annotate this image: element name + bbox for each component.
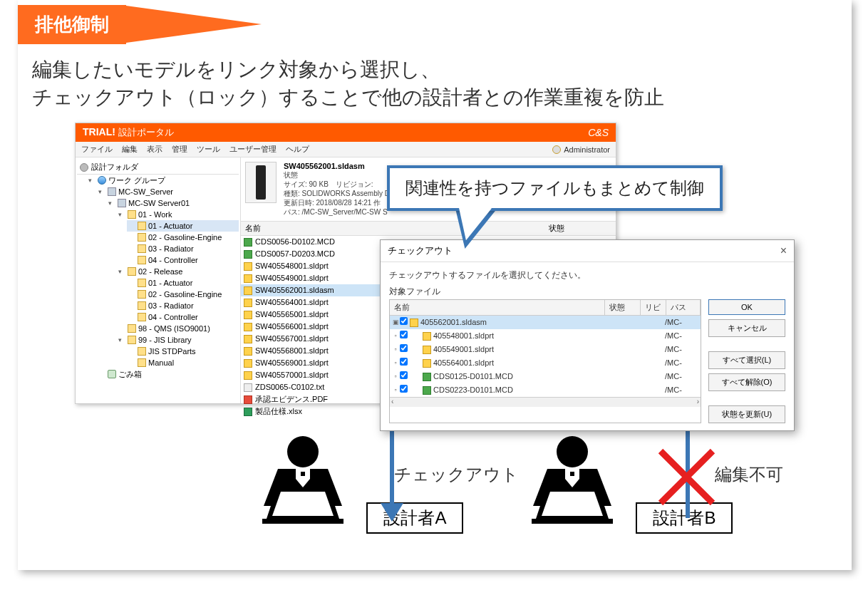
file-icon	[244, 371, 252, 380]
cancel-button[interactable]: キャンセル	[708, 319, 785, 337]
server-icon	[108, 187, 116, 196]
dialog-file-row[interactable]: ▣405562001.sldasm/MC-	[390, 316, 701, 329]
expand-icon[interactable]: ▫	[391, 384, 400, 396]
tree-item[interactable]: 03 - Radiator	[127, 300, 239, 311]
ok-button[interactable]: OK	[708, 299, 785, 315]
file-icon	[244, 311, 252, 319]
svg-rect-1	[301, 472, 305, 476]
folder-icon	[128, 210, 136, 219]
folder-icon	[128, 336, 136, 344]
tree-actuator[interactable]: 01 - Actuator	[127, 220, 239, 232]
checkout-dialog: チェックアウト × チェックアウトするファイルを選択してください。 対象ファイル…	[380, 239, 795, 431]
expand-icon[interactable]: ▣	[391, 316, 400, 328]
gear-icon	[80, 163, 88, 172]
list-header: 名前 状態	[241, 222, 616, 236]
tree-qms[interactable]: 98 - QMS (ISO9001)	[117, 323, 239, 334]
file-icon	[423, 359, 431, 368]
folder-icon	[128, 324, 136, 333]
folder-icon	[138, 222, 146, 230]
dialog-file-list: 名前 状態 リビ パス ▣405562001.sldasm/MC-▫405548…	[389, 299, 701, 423]
app-logo: C&S	[588, 127, 609, 138]
file-icon	[410, 319, 418, 327]
close-icon[interactable]: ×	[780, 244, 787, 257]
deselect-all-button[interactable]: すべて解除(O)	[708, 373, 785, 391]
tree-work[interactable]: ▾01 - Work	[117, 209, 239, 220]
tree-item[interactable]: 02 - Gasoline-Engine	[127, 232, 239, 243]
dialog-file-row[interactable]: ▫405564001.sldprt/MC-	[390, 356, 701, 370]
file-icon	[423, 386, 431, 395]
tree-workgroup[interactable]: ▾ワーク グループ	[87, 175, 239, 186]
tree-item[interactable]: 01 - Actuator	[127, 277, 239, 289]
file-checkbox[interactable]	[400, 331, 408, 338]
file-icon	[244, 286, 252, 295]
expand-icon[interactable]: ▫	[391, 371, 400, 383]
folder-icon	[138, 233, 146, 242]
file-icon	[244, 408, 252, 416]
folder-icon	[138, 301, 146, 310]
menu-usermgmt[interactable]: ユーザー管理	[229, 145, 277, 153]
tree-server-group[interactable]: ▾MC-SW_Server	[97, 186, 239, 197]
tree-item[interactable]: 02 - Gasoline-Engine	[127, 289, 239, 300]
section-title-bar: 排他御制	[18, 6, 262, 43]
menu-file[interactable]: ファイル	[81, 145, 113, 153]
dialog-scrollbar[interactable]: ‹›	[390, 397, 701, 407]
expand-icon[interactable]: ▫	[391, 343, 400, 356]
tree-item[interactable]: Manual	[127, 357, 239, 368]
tree-item[interactable]: 03 - Radiator	[127, 243, 239, 254]
folder-icon	[138, 358, 146, 367]
tree-item[interactable]: 04 - Controller	[127, 254, 239, 266]
tree-jis[interactable]: ▾99 - JIS Library	[117, 334, 239, 346]
dialog-file-row[interactable]: ▫CDS0125-D0101.MCD/MC-	[390, 370, 701, 383]
dialog-file-row[interactable]: ▫405549001.sldprt/MC-	[390, 343, 701, 356]
select-all-button[interactable]: すべて選択(L)	[708, 351, 785, 369]
file-icon	[244, 274, 252, 283]
person-laptop-icon	[512, 435, 633, 524]
folder-icon	[128, 267, 136, 276]
tree-panel: 設計フォルダ ▾ワーク グループ ▾MC-SW_Server ▾MC-SW Se…	[76, 157, 241, 403]
folder-icon	[138, 347, 146, 356]
menubar: ファイル 編集 表示 管理 ツール ユーザー管理 ヘルプ Administrat…	[76, 142, 616, 157]
expand-icon[interactable]: ▫	[391, 357, 400, 369]
tree-item[interactable]: 04 - Controller	[127, 311, 239, 323]
menu-edit[interactable]: 編集	[122, 145, 138, 153]
refresh-button[interactable]: 状態を更新(U)	[708, 405, 785, 423]
user-indicator[interactable]: Administrator	[552, 144, 610, 155]
dialog-file-row[interactable]: ▫405548001.sldprt/MC-	[390, 329, 701, 343]
file-icon	[423, 332, 431, 341]
file-checkbox[interactable]	[400, 344, 408, 352]
svg-point-0	[287, 436, 319, 467]
dialog-buttons: OK キャンセル すべて選択(L) すべて解除(O) 状態を更新(U)	[708, 299, 785, 423]
file-checkbox[interactable]	[400, 385, 408, 393]
dialog-file-row[interactable]: ▫CDS0223-D0101.MCD/MC-	[390, 383, 701, 397]
person-laptop-icon	[242, 435, 363, 524]
file-checkbox[interactable]	[400, 317, 408, 325]
server-icon	[118, 199, 126, 207]
expand-icon[interactable]: ▫	[391, 330, 400, 342]
callout: 関連性を持つファイルもまとめて制御	[387, 165, 723, 211]
folder-icon	[138, 290, 146, 299]
file-icon	[244, 262, 252, 271]
tree-release[interactable]: ▾02 - Release	[117, 266, 239, 277]
tree-item[interactable]: JIS STDParts	[127, 346, 239, 357]
user-icon	[552, 145, 561, 154]
file-icon	[244, 359, 252, 368]
svg-point-3	[557, 436, 588, 467]
svg-rect-4	[570, 472, 574, 476]
menu-items: ファイル 編集 表示 管理 ツール ユーザー管理 ヘルプ	[81, 144, 316, 155]
file-icon	[244, 238, 252, 247]
cross-icon	[656, 447, 717, 510]
menu-view[interactable]: 表示	[147, 145, 162, 153]
tree-trash[interactable]: ごみ箱	[97, 368, 239, 380]
file-checkbox[interactable]	[400, 358, 408, 366]
noedit-label: 編集不可	[715, 463, 783, 486]
section-title: 排他御制	[18, 5, 126, 44]
file-icon	[244, 383, 252, 392]
menu-tool[interactable]: ツール	[197, 145, 220, 153]
file-checkbox[interactable]	[400, 371, 408, 379]
tree-server[interactable]: ▾MC-SW Server01	[107, 197, 239, 209]
menu-help[interactable]: ヘルプ	[286, 145, 309, 153]
menu-manage[interactable]: 管理	[172, 145, 187, 153]
file-icon	[423, 373, 431, 381]
folder-icon	[138, 313, 146, 321]
preview-meta: SW405562001.sldasm 状態 サイズ: 90 KB リビジョン: …	[284, 162, 390, 217]
